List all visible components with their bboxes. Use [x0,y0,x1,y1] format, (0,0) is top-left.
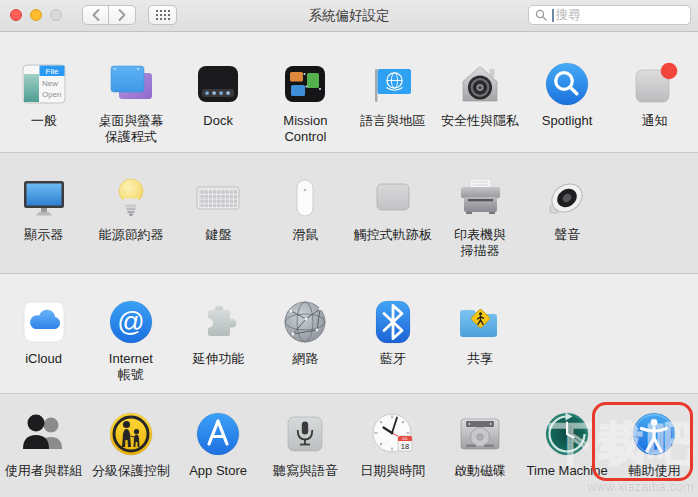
pref-item-label: 安全性與隱私 [441,113,519,129]
dictation-speech-icon [277,408,333,460]
search-icon [535,9,547,21]
pref-item-general[interactable]: File New Open 一般 [0,32,87,152]
time-machine-icon [539,408,595,460]
pref-item-label: 共享 [467,351,493,367]
search-input[interactable]: 搜尋 [528,5,691,25]
displays-icon [16,172,72,224]
traffic-lights [10,9,62,21]
pref-item-label: Dock [203,113,233,129]
energy-saver-icon [103,172,159,224]
pref-item-label: Spotlight [542,113,593,129]
pref-item-label: 啟動磁碟 [454,463,506,479]
close-button[interactable] [10,9,22,21]
pref-item-label: 印表機與 掃描器 [454,227,506,259]
pref-item-internet-accounts[interactable]: @ Internet 帳號 [87,274,174,393]
show-all-button[interactable] [148,5,177,25]
pref-item-parental-controls[interactable]: 分級保護控制 [87,394,174,497]
pref-item-keyboard[interactable]: 鍵盤 [175,153,262,273]
extensions-icon [190,296,246,348]
pref-item-extensions[interactable]: 延伸功能 [175,274,262,393]
svg-text:New: New [42,79,58,88]
pref-item-startup-disk[interactable]: 啟動磁碟 [436,394,523,497]
pref-item-label: Internet 帳號 [109,351,153,383]
pref-item-label: 通知 [641,113,667,129]
pref-item-security-privacy[interactable]: 安全性與隱私 [436,32,523,152]
zoom-button-disabled [50,9,62,21]
window-title: 系統偏好設定 [180,0,518,31]
parental-controls-icon [103,408,159,460]
general-icon: File New Open [16,58,72,110]
minimize-button[interactable] [30,9,42,21]
svg-text:File: File [45,67,58,76]
pref-item-label: App Store [189,463,247,479]
prefs-row-3: iCloud @ Internet 帳號 延伸功能 網路 藍牙 共享 [0,273,698,393]
back-button[interactable] [82,5,109,25]
pref-item-label: 輔助使用 [628,463,680,479]
pref-item-spotlight[interactable]: Spotlight [524,32,611,152]
trackpad-icon [365,172,421,224]
pref-item-displays[interactable]: 顯示器 [0,153,87,273]
keyboard-icon [190,172,246,224]
pref-item-label: iCloud [25,351,62,367]
pref-item-date-time[interactable]: JUL 18 日期與時間 [349,394,436,497]
notifications-icon [626,58,682,110]
chevron-left-icon [90,8,102,22]
pref-item-label: 滑鼠 [292,227,318,243]
spotlight-icon [539,58,595,110]
system-preferences-window: 系統偏好設定 搜尋 File New Open 一般 桌面與螢幕 保護程式 Do… [0,0,698,497]
pref-item-label: 網路 [292,351,318,367]
pref-item-language-region[interactable]: 語言與地區 [349,32,436,152]
pref-item-mission-control[interactable]: Mission Control [262,32,349,152]
chevron-right-icon [116,8,128,22]
titlebar: 系統偏好設定 搜尋 [0,0,698,32]
pref-item-sound[interactable]: 聲音 [524,153,611,273]
desktop-screensaver-icon [103,58,159,110]
pref-item-desktop-screensaver[interactable]: 桌面與螢幕 保護程式 [87,32,174,152]
pref-item-printers-scanners[interactable]: 印表機與 掃描器 [436,153,523,273]
search-placeholder: 搜尋 [556,7,581,24]
bluetooth-icon [365,296,421,348]
text-cursor [552,9,554,22]
pref-item-energy-saver[interactable]: 能源節約器 [87,153,174,273]
pref-item-notifications[interactable]: 通知 [611,32,698,152]
pref-item-label: 藍牙 [380,351,406,367]
security-privacy-icon [452,58,508,110]
pref-item-trackpad[interactable]: 觸控式軌跡板 [349,153,436,273]
prefs-row-2: 顯示器 能源節約器 鍵盤 滑鼠 觸控式軌跡板 印表機與 掃描器 聲音 [0,152,698,273]
dock-icon [190,58,246,110]
mission-control-icon [277,58,333,110]
pref-item-label: 顯示器 [24,227,63,243]
svg-text:JUL: JUL [401,437,407,441]
sound-icon [539,172,595,224]
pref-item-label: 桌面與螢幕 保護程式 [98,113,163,145]
nav-buttons [82,5,136,25]
icloud-icon [16,296,72,348]
pref-item-mouse[interactable]: 滑鼠 [262,153,349,273]
pref-item-users-groups[interactable]: 使用者與群組 [0,394,87,497]
pref-item-icloud[interactable]: iCloud [0,274,87,393]
pref-item-label: 分級保護控制 [92,463,170,479]
svg-text:Open: Open [42,90,62,99]
pref-item-network[interactable]: 網路 [262,274,349,393]
pref-item-bluetooth[interactable]: 藍牙 [349,274,436,393]
pref-item-label: 一般 [31,113,57,129]
mouse-icon [277,172,333,224]
pref-item-dictation-speech[interactable]: 聽寫與語音 [262,394,349,497]
pref-item-label: 聲音 [554,227,580,243]
pref-item-app-store[interactable]: App Store [175,394,262,497]
watermark-url: www.xiazaiba.com [587,480,694,494]
show-all-grid-icon [155,9,171,21]
accessibility-icon [626,408,682,460]
pref-item-dock[interactable]: Dock [175,32,262,152]
pref-item-label: 延伸功能 [192,351,244,367]
pref-item-sharing[interactable]: 共享 [436,274,523,393]
pref-item-label: 聽寫與語音 [273,463,338,479]
prefs-row-1: File New Open 一般 桌面與螢幕 保護程式 Dock Mission… [0,32,698,152]
svg-text:@: @ [117,307,144,337]
date-time-icon: JUL 18 [365,408,421,460]
printers-scanners-icon [452,172,508,224]
sharing-icon [452,296,508,348]
forward-button[interactable] [109,5,136,25]
pref-item-label: 使用者與群組 [5,463,83,479]
pref-item-label: Mission Control [283,113,327,145]
